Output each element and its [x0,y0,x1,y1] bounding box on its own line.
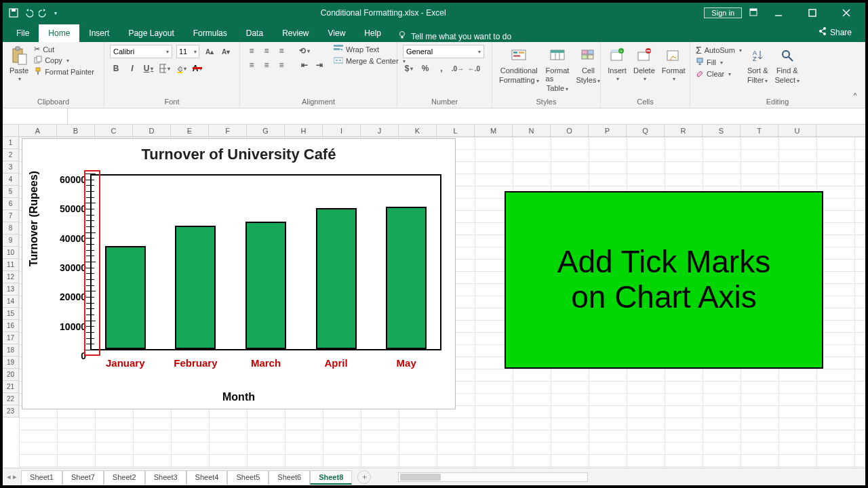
sheet-tab[interactable]: Sheet7 [62,470,104,485]
col-header[interactable]: O [551,125,589,136]
tab-home[interactable]: Home [39,24,79,42]
percent-format-icon[interactable]: % [419,62,431,75]
sheet-tab[interactable]: Sheet5 [227,470,269,485]
conditional-formatting-button[interactable]: Conditional Formatting▾ [498,45,540,85]
col-header[interactable]: H [285,125,323,136]
sheet-nav[interactable]: ◂ ▸ [3,472,21,481]
row-header[interactable]: 5 [3,186,18,198]
row-header[interactable]: 1 [3,137,18,149]
align-top-icon[interactable]: ≡ [245,45,258,57]
row-header[interactable]: 8 [3,222,18,235]
sheet-tab[interactable]: Sheet1 [21,470,62,485]
col-header[interactable]: R [665,125,703,136]
row-header[interactable]: 11 [3,259,18,271]
number-format-select[interactable]: General▾ [403,45,484,58]
row-header[interactable]: 22 [3,393,18,405]
row-header[interactable]: 12 [3,271,18,283]
borders-button[interactable]: ▾ [159,62,171,75]
autosum-button[interactable]: ΣAutoSum▾ [696,45,742,56]
sheet-tab[interactable]: Sheet4 [186,470,228,485]
formula-input[interactable] [68,108,865,124]
decrease-decimal-icon[interactable]: ←.0 [468,62,480,75]
format-cells-button[interactable]: Format▾ [660,45,687,83]
ribbon-options-icon[interactable] [749,7,758,19]
col-header[interactable]: F [209,125,247,136]
bar[interactable] [175,226,216,349]
row-header[interactable]: 18 [3,344,18,357]
row-header[interactable]: 6 [3,198,18,210]
orientation-icon[interactable]: ⟲▾ [298,45,311,57]
italic-button[interactable]: I [126,62,138,75]
sign-in-button[interactable]: Sign in [704,7,742,18]
tab-view[interactable]: View [319,24,355,42]
col-header[interactable]: M [475,125,513,136]
minimize-button[interactable] [765,3,792,23]
tab-formulas[interactable]: Formulas [184,24,237,42]
font-color-button[interactable]: A▾ [191,62,203,75]
cell-styles-button[interactable]: Cell Styles▾ [574,45,601,85]
decrease-font-icon[interactable]: A▾ [220,45,232,58]
row-header[interactable]: 10 [3,247,18,259]
col-header[interactable]: B [57,125,95,136]
new-sheet-button[interactable]: ＋ [357,470,371,484]
row-header[interactable]: 19 [3,357,18,369]
cut-button[interactable]: ✂Cut [34,45,94,54]
row-header[interactable]: 17 [3,332,18,344]
align-center-icon[interactable]: ≡ [260,59,273,71]
row-header[interactable]: 2 [3,149,18,161]
collapse-ribbon-icon[interactable]: ˄ [849,92,861,104]
fill-color-button[interactable]: ▾ [175,62,187,75]
fill-button[interactable]: Fill▾ [696,58,742,67]
comma-format-icon[interactable]: , [435,62,448,75]
sheet-tab[interactable]: Sheet3 [145,470,186,485]
horizontal-scrollbar[interactable] [398,472,588,482]
format-as-table-button[interactable]: Format as Table▾ [545,45,571,94]
delete-cells-button[interactable]: Delete▾ [632,45,656,83]
row-header[interactable]: 7 [3,210,18,222]
col-header[interactable]: C [95,125,133,136]
align-middle-icon[interactable]: ≡ [260,45,273,57]
tab-page-layout[interactable]: Page Layout [119,24,183,42]
col-header[interactable]: K [399,125,437,136]
col-header[interactable]: T [741,125,778,136]
col-header[interactable]: N [513,125,551,136]
increase-font-icon[interactable]: A▴ [203,45,216,58]
col-header[interactable]: J [361,125,399,136]
col-header[interactable]: S [703,125,741,136]
increase-decimal-icon[interactable]: .0→ [452,62,464,75]
bar[interactable] [316,208,357,349]
scrollbar-thumb[interactable] [400,474,441,481]
sheet-tab[interactable]: Sheet8 [310,470,352,485]
col-header[interactable]: E [171,125,209,136]
align-bottom-icon[interactable]: ≡ [275,45,288,57]
font-name-select[interactable]: Calibri▾ [110,45,172,58]
row-header[interactable]: 14 [3,296,18,308]
row-header[interactable]: 3 [3,161,18,174]
col-header[interactable]: L [437,125,475,136]
name-box[interactable] [3,108,68,124]
tab-file[interactable]: File [7,24,39,42]
row-header[interactable]: 16 [3,320,18,332]
row-header[interactable]: 13 [3,283,18,296]
align-left-icon[interactable]: ≡ [245,59,258,71]
row-header[interactable]: 9 [3,235,18,247]
col-header[interactable]: I [323,125,361,136]
bar[interactable] [245,222,286,350]
close-button[interactable] [833,3,860,23]
sheet-tab[interactable]: Sheet2 [104,470,145,485]
row-header[interactable]: 15 [3,308,18,320]
col-header[interactable]: G [247,125,285,136]
bar[interactable] [386,207,427,349]
embedded-chart[interactable]: Turnover of University Café Turnover (Ru… [22,138,456,409]
row-header[interactable]: 21 [3,381,18,393]
clear-button[interactable]: Clear▾ [696,69,742,79]
tab-data[interactable]: Data [237,24,273,42]
bold-button[interactable]: B [110,62,122,75]
paste-button[interactable]: Paste ▾ [8,45,30,83]
tab-help[interactable]: Help [355,24,391,42]
tab-insert[interactable]: Insert [79,24,119,42]
font-size-select[interactable]: 11▾ [176,45,199,58]
col-header[interactable]: A [19,125,57,136]
sheet-tab[interactable]: Sheet6 [269,470,310,485]
merge-center-button[interactable]: Merge & Center▾ [334,56,406,66]
